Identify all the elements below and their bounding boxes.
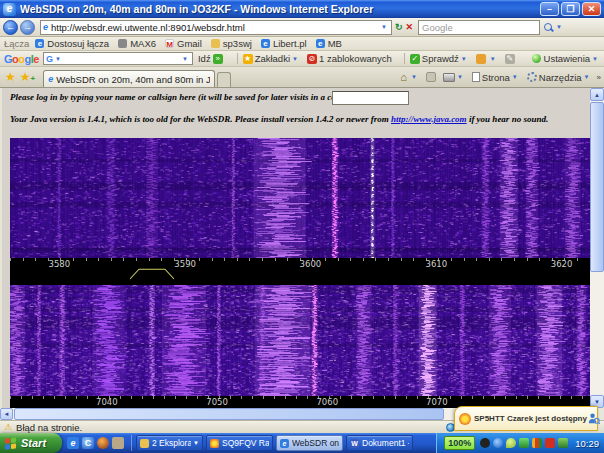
google-search-go-icon[interactable]: ▼ [180,56,190,62]
search-dropdown-icon[interactable]: ▼ [554,24,564,30]
system-tray: 100% 10:29 [436,433,604,453]
gmail-icon: M [165,39,174,48]
tab-websdr[interactable]: e WebSDR on 20m, 40m and 80m in JO32KF [43,70,215,87]
java-download-link[interactable]: http://www.java.com [391,114,467,124]
toolbar-overflow-icon[interactable]: » [597,73,601,82]
search-input[interactable]: Google [418,20,540,35]
minimize-button[interactable]: – [540,2,559,16]
link-dostosuj[interactable]: e Dostosuj łącza [35,38,109,49]
messenger-notification[interactable]: SP5HTT Czarek jest dostępny [454,406,598,431]
link-sp3swj[interactable]: sp3swj [211,38,252,49]
forward-button[interactable]: → [20,20,35,35]
page-favicon-icon: e [43,22,48,32]
close-button[interactable]: ✕ [582,2,601,16]
spellcheck-dropdown-icon: ▼ [459,56,469,62]
settings-button[interactable]: Ustawienia ▼ [532,53,600,64]
page-menu-button[interactable]: Strona▼ [472,72,520,83]
new-tab-button[interactable] [217,72,231,87]
taskbtn-explorer-group[interactable]: 2 Eksplorato... ▼ [136,435,203,451]
quick-launch: e C [67,437,127,449]
bookmarks-label: Zakładki [255,53,290,64]
vertical-scroll-thumb[interactable] [590,102,604,272]
refresh-button[interactable]: ↻ [395,22,403,32]
google-toolbar: Google G ▼ ▼ Idź » ★ Zakładki ▼ ⊘ 1 zabl… [0,51,604,67]
quicklaunch-player-icon[interactable] [97,437,109,449]
horizontal-scroll-thumb[interactable] [14,408,444,420]
home-button[interactable]: ⌂▼ [400,71,419,83]
quicklaunch-desktop-icon[interactable] [112,437,124,449]
gg-tray-icon[interactable] [558,438,568,448]
back-button[interactable]: ← [3,20,18,35]
star-icon: ★ [243,54,253,64]
scroll-left-button[interactable]: ◄ [0,408,13,420]
link-mb[interactable]: e MB [316,38,342,49]
ie-icon: e [3,3,16,16]
search-placeholder: Google [422,22,536,33]
messenger-status-icon[interactable] [493,438,503,448]
freq-tick-label: 7050 [206,397,228,407]
network-monitor-icon[interactable] [532,438,542,448]
spellcheck-label: Sprawdź [422,53,459,64]
link-label: Gmail [177,38,202,49]
restore-button[interactable]: ❐ [561,2,580,16]
rss-icon [426,72,436,82]
taskbtn-gg-messenger[interactable]: SQ9FQV Rafa... [206,435,273,451]
print-button[interactable]: ▼ [443,73,465,82]
link-libert[interactable]: e Libert.pl [261,38,307,49]
taskbtn-word-document[interactable]: W Dokument1 - ... [346,435,413,451]
go-button[interactable]: Idź » [198,53,225,64]
quicklaunch-ie-icon[interactable]: e [67,437,79,449]
feeds-button[interactable] [426,72,436,82]
word-icon: W [350,439,359,448]
waterfall-40m[interactable] [10,285,590,396]
warning-icon: ⚠ [4,422,12,432]
stop-button[interactable]: ✕ [406,22,414,32]
folder-icon [140,439,149,448]
freq-scale-1[interactable]: 35803590360036103620 [10,258,590,285]
vertical-scrollbar[interactable]: ▲ ▼ [590,88,604,408]
battery-meter[interactable]: 100% [444,436,475,450]
volume-icon[interactable] [480,438,490,448]
link-max6[interactable]: MAX6 [118,38,156,49]
pencil-icon: ✎ [505,54,515,64]
start-button[interactable]: Start [0,433,62,453]
window-title: WebSDR on 20m, 40m and 80m in JO32KF - W… [20,3,538,15]
messenger-sun-icon [459,413,471,425]
antivirus-icon[interactable] [506,438,516,448]
updates-icon[interactable] [545,438,555,448]
address-dropdown-icon[interactable]: ▼ [379,24,389,30]
go-icon: » [213,54,223,64]
address-field[interactable]: e http://websdr.ewi.utwente.nl:8901/webs… [40,20,392,35]
desktop-screen: e WebSDR on 20m, 40m and 80m in JO32KF -… [0,0,604,453]
notification-text: SP5HTT Czarek jest dostępny [474,414,587,423]
page-menu-label: Strona [482,72,510,83]
tools-menu-button[interactable]: Narzędzia▼ [527,72,592,83]
tab-bar: ★ ★+ e WebSDR on 20m, 40m and 80m in JO3… [0,67,604,88]
waterfall-80m[interactable] [10,138,590,258]
login-prompt: Please log in by typing your name or cal… [10,92,357,102]
add-favorite-icon[interactable]: ★+ [20,70,35,84]
google-search-input[interactable]: G ▼ ▼ [43,52,193,65]
callsign-input[interactable] [332,91,409,105]
favorites-icon[interactable]: ★ [5,70,16,84]
gear-icon [527,72,537,82]
link-gmail[interactable]: M Gmail [165,38,202,49]
ie-icon: e [280,439,289,448]
highlight-button[interactable]: ✎ [505,54,517,64]
autofill-button[interactable]: ▼ [476,54,498,64]
spellcheck-button[interactable]: ✓ Sprawdź ▼ [410,53,469,64]
settings-label: Ustawienia [544,53,590,64]
quicklaunch-browser-icon[interactable]: C [82,437,94,449]
freq-tick-label: 7060 [316,397,338,407]
bookmarks-button[interactable]: ★ Zakładki ▼ [243,53,300,64]
tab-favicon-icon: e [48,74,53,84]
shield-icon[interactable] [519,438,529,448]
search-icon[interactable] [543,22,554,33]
clock[interactable]: 10:29 [575,438,599,449]
note-icon [211,39,220,48]
taskbtn-websdr[interactable]: e WebSDR on 2... [276,435,343,451]
popup-blocker-button[interactable]: ⊘ 1 zablokowanych [307,53,392,64]
scroll-up-button[interactable]: ▲ [590,88,604,101]
google-search-dropdown-icon[interactable]: ▼ [53,56,63,62]
gg-icon [210,439,219,448]
